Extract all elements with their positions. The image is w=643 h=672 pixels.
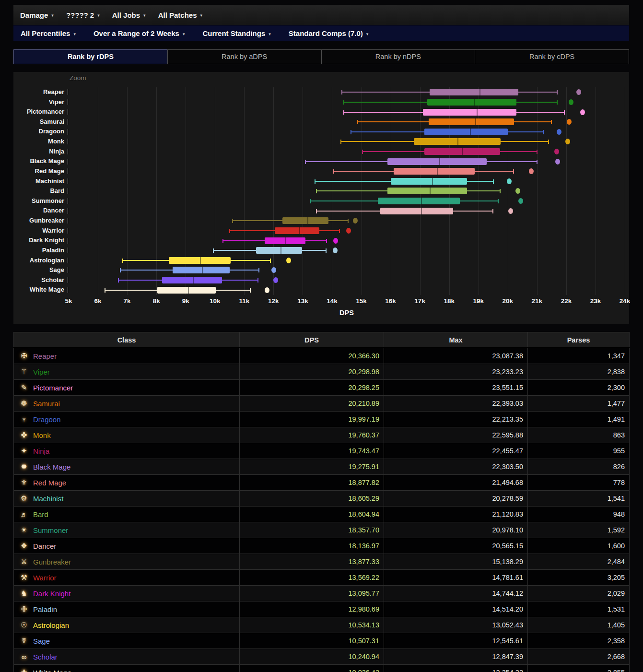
whisker-cap [316,209,317,213]
max-value: 21,494.68 [384,475,528,491]
median-line [430,188,431,194]
median-line [432,178,433,185]
x-tick-label: 20k [503,297,514,305]
viper-icon: ⚚ [18,367,30,376]
max-value: 14,744.12 [384,586,528,601]
job-name-dragoon[interactable]: Dragoon [33,415,61,424]
y-axis-tick [68,248,68,253]
outlier-dot [508,208,513,214]
table-row-warrior: ⚒Warrior13,569.2214,781.613,205 [14,570,630,586]
nav-item-current-standings[interactable]: Current Standings▾ [202,29,270,37]
median-line [285,237,286,244]
table-row-gunbreaker: ⚔Gunbreaker13,877.3315,138.292,484 [14,554,630,570]
column-header-parses[interactable]: Parses [528,332,630,348]
nav-item-standard-comps[interactable]: Standard Comps (7.0)▾ [289,29,369,37]
parses-value: 955 [528,443,630,459]
nav-item-all-jobs[interactable]: All Jobs▾ [112,11,146,19]
job-name-viper[interactable]: Viper [33,368,50,376]
max-value: 12,847.39 [384,649,528,665]
plot-area[interactable] [69,87,625,295]
job-name-reaper[interactable]: Reaper [33,352,57,360]
job-name-black-mage[interactable]: Black Mage [33,463,70,471]
tab-cdps[interactable]: Rank by cDPS [475,49,629,64]
nav-item-damage[interactable]: Damage▾ [20,11,54,19]
y-label-gunbreaker: Gunbreaker [13,216,64,226]
class-cell-dark-knight: ♞Dark Knight [14,586,240,601]
median-line [281,247,281,254]
whisker-cap [257,278,258,283]
nav-item-all-percentiles[interactable]: All Percentiles▾ [21,29,76,37]
whisker-cap [341,90,342,94]
median-line [299,227,300,234]
boxplot-row-summoner [69,196,625,206]
job-name-white-mage[interactable]: White Mage [33,669,71,672]
nav-item-range-2-weeks[interactable]: Over a Range of 2 Weeks▾ [94,29,185,37]
outlier-dot [333,248,338,253]
job-name-gunbreaker[interactable]: Gunbreaker [33,558,71,566]
max-value: 21,120.83 [384,507,528,522]
outlier-dot [273,277,278,283]
job-name-warrior[interactable]: Warrior [33,574,57,582]
class-cell-pictomancer: ✎Pictomancer [14,380,240,396]
y-axis-tick [68,198,68,204]
job-name-sage[interactable]: Sage [33,637,50,645]
job-name-ninja[interactable]: Ninja [33,447,49,455]
dps-value: 20,298.98 [240,364,384,380]
job-name-scholar[interactable]: Scholar [33,653,58,661]
parses-value: 1,477 [528,396,630,412]
y-axis-tick [68,109,68,115]
x-tick-label: 23k [590,297,601,305]
whisker-cap [498,199,499,203]
tab-rdps[interactable]: Rank by rDPS [13,49,168,64]
job-name-astrologian[interactable]: Astrologian [33,621,69,629]
column-header-max[interactable]: Max [384,332,528,348]
max-value: 22,213.35 [384,412,528,427]
job-name-dark-knight[interactable]: Dark Knight [33,589,70,598]
x-tick-label: 7k [124,297,131,305]
whisker-cap [357,120,358,124]
job-name-monk[interactable]: Monk [33,431,51,439]
job-name-summoner[interactable]: Summoner [33,526,68,534]
chevron-down-icon: ▾ [269,32,271,36]
black-mage-icon: ✹ [18,462,30,471]
job-name-dancer[interactable]: Dancer [33,542,56,550]
boxplot-row-dragoon [69,127,625,137]
job-name-samurai[interactable]: Samurai [33,400,60,408]
nav-item-all-patches[interactable]: All Patches▾ [158,11,202,19]
median-line [421,208,422,214]
x-tick-label: 12k [268,297,279,305]
class-cell-monk: ✤Monk [14,427,240,443]
chevron-down-icon: ▾ [200,13,203,18]
y-axis-tick [68,267,68,273]
column-header-class[interactable]: Class [14,332,240,348]
median-line [470,129,471,135]
column-header-dps[interactable]: DPS [240,332,384,348]
table-row-reaper: ✠Reaper20,366.3023,087.381,347 [14,348,630,364]
nav-item-boss-2[interactable]: ????? 2▾ [66,11,100,19]
parses-value: 778 [528,475,630,491]
table-row-bard: ♬Bard18,604.9421,120.83948 [14,507,630,522]
y-axis-tick [68,188,68,194]
nav-item-label: ????? 2 [66,11,94,19]
max-value: 20,978.10 [384,522,528,538]
tab-adps[interactable]: Rank by aDPS [167,49,322,64]
x-tick-label: 15k [356,297,367,305]
parses-value: 3,205 [528,570,630,586]
max-value: 20,565.15 [384,538,528,554]
whisker-cap [316,189,317,193]
job-name-pictomancer[interactable]: Pictomancer [33,384,73,392]
table-row-machinist: ⚙Machinist18,605.2920,278.591,541 [14,491,630,507]
warrior-icon: ⚒ [18,573,30,582]
job-name-red-mage[interactable]: Red Mage [33,479,66,487]
tab-ndps[interactable]: Rank by nDPS [321,49,476,64]
y-axis-tick [68,277,68,283]
box [424,129,508,135]
max-value: 22,393.03 [384,396,528,412]
job-name-bard[interactable]: Bard [33,510,48,519]
outlier-dot [529,168,534,174]
y-axis-tick [68,129,68,135]
job-name-paladin[interactable]: Paladin [33,605,57,613]
job-name-machinist[interactable]: Machinist [33,495,63,503]
gridline [625,87,625,295]
outlier-dot [507,178,512,184]
